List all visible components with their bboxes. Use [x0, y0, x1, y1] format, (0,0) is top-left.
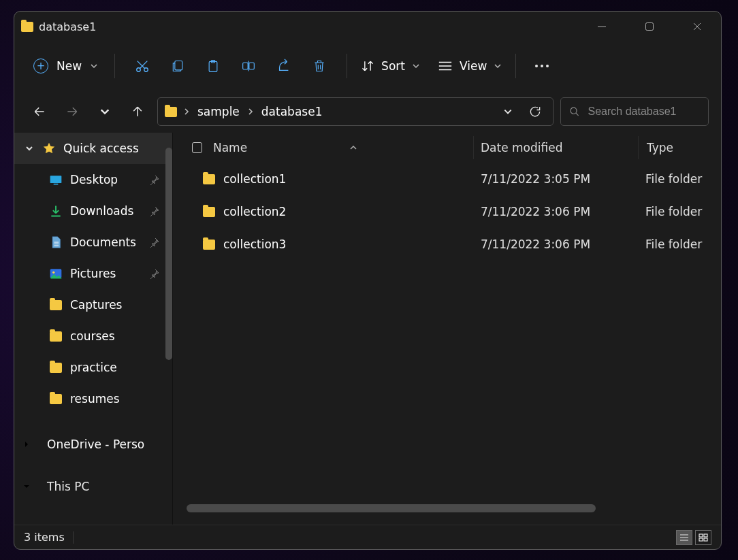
- cut-button[interactable]: [125, 52, 160, 80]
- chevron-down-icon: [503, 107, 513, 116]
- status-text: 3 items: [24, 531, 65, 544]
- svg-rect-17: [699, 538, 703, 541]
- more-button[interactable]: [526, 65, 558, 67]
- horizontal-scrollbar[interactable]: [187, 504, 596, 512]
- sidebar-item-onedrive[interactable]: OneDrive - Perso: [14, 429, 172, 459]
- chevron-down-icon: [99, 106, 110, 117]
- column-label: Name: [213, 141, 247, 154]
- sidebar-item-practice[interactable]: practice: [14, 352, 172, 383]
- sidebar-item-label: practice: [70, 361, 117, 374]
- command-bar: + New: [14, 42, 721, 90]
- svg-point-2: [144, 68, 148, 72]
- thumbnails-view-button[interactable]: [695, 530, 711, 545]
- sidebar-item-resumes[interactable]: resumes: [14, 383, 172, 414]
- search-box[interactable]: [560, 97, 709, 126]
- pin-icon: [149, 268, 160, 279]
- up-button[interactable]: [125, 99, 150, 125]
- sidebar-item-courses[interactable]: courses: [14, 320, 172, 352]
- file-name: collection1: [223, 172, 286, 186]
- sidebar-item-label: Captures: [70, 298, 122, 312]
- forward-button[interactable]: [59, 99, 85, 125]
- ellipsis-icon: [535, 65, 538, 67]
- navigation-pane: Quick access DesktopDownloadsDocumentsPi…: [14, 133, 172, 525]
- separator: [114, 54, 115, 78]
- star-icon: [42, 141, 57, 156]
- share-button[interactable]: [266, 52, 302, 80]
- address-history-button[interactable]: [496, 99, 520, 124]
- arrow-right-icon: [65, 105, 79, 118]
- svg-rect-3: [175, 61, 182, 70]
- svg-rect-16: [704, 534, 707, 537]
- separator: [347, 54, 347, 78]
- copy-icon: [171, 59, 184, 73]
- column-header-modified[interactable]: Date modified: [474, 136, 639, 159]
- expand-toggle[interactable]: [24, 144, 35, 152]
- clipboard-icon: [206, 59, 220, 73]
- svg-point-8: [571, 108, 577, 114]
- search-input[interactable]: [587, 105, 700, 118]
- close-button[interactable]: [673, 12, 721, 42]
- sidebar-item-pictures[interactable]: Pictures: [14, 258, 172, 289]
- explorer-body: Quick access DesktopDownloadsDocumentsPi…: [14, 133, 721, 525]
- folder-icon: [203, 174, 215, 184]
- sidebar-item-label: This PC: [47, 480, 89, 493]
- expand-toggle[interactable]: [22, 438, 31, 451]
- sidebar-item-label: resumes: [70, 392, 120, 406]
- search-icon: [569, 105, 580, 118]
- view-button[interactable]: View: [434, 59, 506, 73]
- close-icon: [692, 22, 702, 31]
- back-button[interactable]: [27, 99, 52, 125]
- copy-button[interactable]: [160, 52, 195, 80]
- column-headers: Name Date modified Type: [173, 133, 721, 163]
- chevron-down-icon: [412, 62, 420, 70]
- file-row[interactable]: collection17/11/2022 3:05 PMFile folder: [173, 163, 721, 195]
- sidebar-scrollbar[interactable]: [165, 148, 172, 360]
- rename-button[interactable]: [231, 52, 266, 80]
- pin-icon: [149, 205, 160, 216]
- maximize-icon: [645, 22, 654, 31]
- rename-icon: [241, 59, 256, 73]
- select-all-checkbox[interactable]: [192, 142, 202, 153]
- sidebar-item-this-pc[interactable]: This PC: [14, 472, 172, 501]
- thumbnails-view-icon: [699, 533, 708, 542]
- sidebar-item-label: Downloads: [70, 204, 133, 218]
- address-bar[interactable]: sample database1: [157, 97, 554, 126]
- column-header-type[interactable]: Type: [639, 136, 673, 159]
- refresh-button[interactable]: [523, 99, 547, 124]
- sidebar-item-captures[interactable]: Captures: [14, 289, 172, 320]
- recent-locations-button[interactable]: [92, 99, 118, 125]
- maximize-button[interactable]: [626, 12, 673, 42]
- chevron-right-icon: [246, 108, 255, 116]
- breadcrumb-segment[interactable]: sample: [193, 105, 244, 118]
- details-view-button[interactable]: [676, 530, 692, 545]
- breadcrumb-segment[interactable]: database1: [257, 105, 327, 118]
- pin-icon: [149, 237, 160, 248]
- file-type: File folder: [645, 237, 702, 251]
- sort-button[interactable]: Sort: [357, 59, 424, 73]
- sidebar-item-downloads[interactable]: Downloads: [14, 195, 172, 227]
- file-name: collection3: [223, 237, 286, 251]
- sort-icon: [361, 59, 374, 73]
- file-row[interactable]: collection27/11/2022 3:06 PMFile folder: [173, 195, 721, 228]
- breadcrumb-label: sample: [197, 105, 240, 118]
- separator: [73, 531, 74, 544]
- svg-rect-6: [243, 63, 248, 69]
- folder-icon: [48, 391, 63, 406]
- refresh-icon: [528, 105, 542, 118]
- breadcrumb-label: database1: [261, 105, 323, 118]
- sidebar-item-quick-access[interactable]: Quick access: [14, 133, 172, 164]
- delete-button[interactable]: [302, 52, 337, 80]
- column-header-name[interactable]: Name: [192, 136, 474, 159]
- sidebar-item-desktop[interactable]: Desktop: [14, 164, 172, 195]
- expand-toggle[interactable]: [22, 480, 31, 493]
- view-list-icon: [438, 60, 453, 72]
- file-row[interactable]: collection37/11/2022 3:06 PMFile folder: [173, 228, 721, 261]
- sidebar-item-label: Documents: [70, 235, 136, 249]
- file-type: File folder: [645, 172, 702, 186]
- file-modified: 7/11/2022 3:05 PM: [481, 172, 590, 186]
- window-controls: [578, 12, 721, 42]
- sidebar-item-documents[interactable]: Documents: [14, 227, 172, 258]
- new-button[interactable]: + New: [27, 54, 105, 78]
- paste-button[interactable]: [195, 52, 231, 80]
- minimize-button[interactable]: [578, 12, 626, 42]
